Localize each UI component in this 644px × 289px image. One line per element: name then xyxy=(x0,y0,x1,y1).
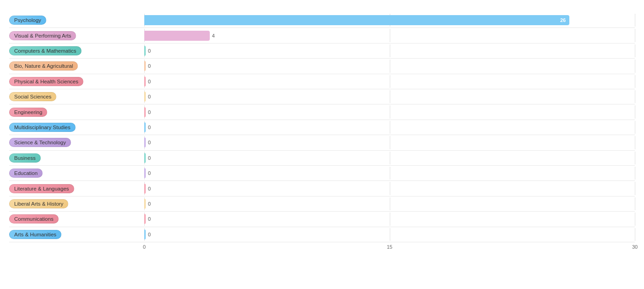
grid-line xyxy=(635,213,635,225)
bar-row: Psychology26 xyxy=(9,13,635,28)
bar-row: Bio, Nature & Agricultural0 xyxy=(9,59,635,74)
grid-line xyxy=(390,228,390,241)
grid-line xyxy=(635,105,635,118)
bar-fill: 26 xyxy=(144,15,569,25)
bar-fill xyxy=(144,184,146,194)
bar-label-text: Physical & Health Sciences xyxy=(9,77,83,86)
bar-label-container: Computers & Mathematics xyxy=(9,46,144,55)
bar-label-text: Education xyxy=(9,169,43,178)
bar-label-container: Science & Technology xyxy=(9,138,144,147)
grid-line xyxy=(635,44,635,57)
bar-label-container: Visual & Performing Arts xyxy=(9,31,144,40)
grid-line xyxy=(635,14,635,27)
bar-value: 0 xyxy=(148,94,151,99)
grid-line xyxy=(390,167,390,180)
bar-value: 0 xyxy=(148,79,151,84)
bar-label-text: Computers & Mathematics xyxy=(9,46,82,55)
grid-line xyxy=(635,167,635,180)
bar-label-container: Engineering xyxy=(9,108,144,117)
bar-fill xyxy=(144,229,146,240)
bar-row: Visual & Performing Arts4 xyxy=(9,28,635,43)
bar-fill xyxy=(144,31,210,41)
bar-value: 0 xyxy=(148,232,151,237)
bar-track: 0 xyxy=(144,60,635,72)
bar-row: Education0 xyxy=(9,166,635,181)
bar-fill xyxy=(144,122,146,132)
bar-label-text: Business xyxy=(9,153,41,163)
bar-fill xyxy=(144,46,146,56)
bar-row: Arts & Humanities0 xyxy=(9,227,635,242)
bar-label-container: Multidisciplinary Studies xyxy=(9,123,144,132)
bar-row: Communications0 xyxy=(9,212,635,227)
bar-label-container: Liberal Arts & History xyxy=(9,199,144,208)
bar-row: Literature & Languages0 xyxy=(9,181,635,196)
bar-fill xyxy=(144,153,146,163)
bar-track: 0 xyxy=(144,167,635,180)
x-tick: 0 xyxy=(143,244,146,250)
bar-track: 0 xyxy=(144,90,635,103)
grid-line xyxy=(390,90,390,103)
bar-fill xyxy=(144,92,146,102)
bar-track: 0 xyxy=(144,121,635,134)
bar-value: 0 xyxy=(148,63,151,69)
bar-value: 0 xyxy=(148,155,151,161)
bar-value: 0 xyxy=(148,48,151,54)
bar-track: 0 xyxy=(144,75,635,88)
bar-track: 0 xyxy=(144,197,635,210)
bar-label-text: Communications xyxy=(9,214,59,224)
bar-label-container: Psychology xyxy=(9,16,144,25)
grid-line xyxy=(635,136,635,149)
grid-line xyxy=(390,60,390,72)
grid-line xyxy=(390,152,390,164)
grid-line xyxy=(390,121,390,134)
bar-row: Science & Technology0 xyxy=(9,135,635,150)
bar-value: 0 xyxy=(148,125,151,130)
bar-fill xyxy=(144,214,146,224)
chart-area: Psychology26Visual & Performing Arts4Com… xyxy=(9,13,635,251)
bar-label-text: Bio, Nature & Agricultural xyxy=(9,61,78,71)
bar-value: 0 xyxy=(148,201,151,207)
grid-line xyxy=(635,75,635,88)
bar-row: Liberal Arts & History0 xyxy=(9,196,635,212)
bar-fill xyxy=(144,61,146,71)
grid-line xyxy=(390,44,390,57)
bar-label-container: Arts & Humanities xyxy=(9,230,144,239)
grid-line xyxy=(635,228,635,241)
bar-track: 0 xyxy=(144,228,635,241)
bar-value: 0 xyxy=(148,140,151,145)
bar-value: 0 xyxy=(148,109,151,115)
bar-track: 0 xyxy=(144,182,635,195)
grid-line xyxy=(635,29,635,42)
bar-label-text: Literature & Languages xyxy=(9,184,74,193)
bar-row: Computers & Mathematics0 xyxy=(9,44,635,59)
grid-line xyxy=(635,90,635,103)
chart-container: Psychology26Visual & Performing Arts4Com… xyxy=(0,0,644,289)
bar-row: Business0 xyxy=(9,151,635,166)
bar-fill xyxy=(144,168,146,178)
bar-label-text: Visual & Performing Arts xyxy=(9,31,76,40)
bar-row: Multidisciplinary Studies0 xyxy=(9,120,635,135)
bar-label-container: Literature & Languages xyxy=(9,184,144,193)
bar-fill xyxy=(144,107,146,117)
bar-track: 0 xyxy=(144,105,635,118)
grid-line xyxy=(390,197,390,210)
bars-section: Psychology26Visual & Performing Arts4Com… xyxy=(9,13,635,242)
bar-track: 0 xyxy=(144,152,635,164)
bar-fill xyxy=(144,76,146,87)
grid-line xyxy=(635,152,635,164)
grid-line xyxy=(635,60,635,72)
bar-label-text: Psychology xyxy=(9,16,46,25)
grid-line xyxy=(390,75,390,88)
bar-track: 0 xyxy=(144,136,635,149)
bar-label-text: Liberal Arts & History xyxy=(9,199,68,208)
grid-line xyxy=(390,213,390,225)
bar-label-container: Communications xyxy=(9,214,144,224)
bar-track: 4 xyxy=(144,29,635,42)
bar-label-container: Education xyxy=(9,169,144,178)
bar-value: 0 xyxy=(148,170,151,176)
bar-fill xyxy=(144,199,146,209)
grid-line xyxy=(635,121,635,134)
bar-value: 4 xyxy=(212,33,215,38)
bar-value-inside: 26 xyxy=(560,17,566,23)
x-tick: 15 xyxy=(387,244,392,250)
